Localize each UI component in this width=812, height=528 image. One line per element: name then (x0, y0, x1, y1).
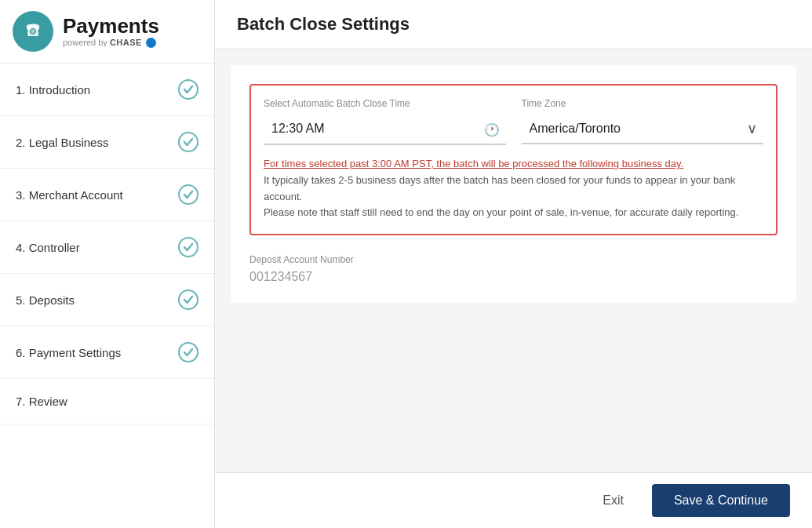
deposit-section: Deposit Account Number 001234567 (249, 254, 777, 284)
info-line2: It typically takes 2-5 business days aft… (264, 173, 763, 206)
footer: Exit Save & Continue (215, 472, 812, 528)
settings-card: Select Automatic Batch Close Time 🕐 Time… (231, 65, 796, 303)
brand-title: Payments powered by CHASE (63, 15, 159, 48)
chase-logo-circle (146, 38, 156, 48)
sidebar-item-legal-business[interactable]: 2. Legal Business (0, 116, 214, 169)
exit-button[interactable]: Exit (587, 486, 639, 515)
sidebar-item-controller[interactable]: 4. Controller (0, 221, 214, 274)
check-icon-payment-settings (178, 342, 198, 362)
deposit-label: Deposit Account Number (249, 254, 777, 265)
sidebar-item-payment-settings[interactable]: 6. Payment Settings (0, 326, 214, 379)
timezone-select[interactable]: America/TorontoAmerica/New_YorkAmerica/C… (522, 114, 764, 143)
batch-time-input-wrapper: 🕐 (264, 114, 506, 145)
clock-icon: 🕐 (484, 122, 500, 137)
timezone-label: Time Zone (522, 98, 764, 109)
batch-time-label: Select Automatic Batch Close Time (264, 98, 506, 109)
deposit-value: 001234567 (249, 270, 777, 284)
sidebar-item-merchant-account[interactable]: 3. Merchant Account (0, 169, 214, 221)
info-line3: Please note that staff still need to end… (264, 205, 763, 221)
page-header: Batch Close Settings (215, 0, 812, 49)
sidebar-item-review[interactable]: 7. Review (0, 379, 214, 424)
check-icon-introduction (178, 79, 198, 100)
check-icon-legal-business (178, 132, 198, 152)
timezone-group: Time Zone America/TorontoAmerica/New_Yor… (522, 98, 764, 145)
sidebar-header: Payments powered by CHASE (0, 0, 214, 64)
sidebar-nav: 1. Introduction 2. Legal Business 3. Mer… (0, 64, 214, 528)
page-title: Batch Close Settings (237, 14, 790, 35)
svg-rect-1 (27, 31, 38, 36)
batch-time-input[interactable] (264, 114, 506, 145)
batch-time-row: Select Automatic Batch Close Time 🕐 Time… (264, 98, 763, 145)
sidebar-item-introduction[interactable]: 1. Introduction (0, 64, 214, 116)
svg-point-6 (32, 31, 34, 32)
sidebar: Payments powered by CHASE 1. Introductio… (0, 0, 215, 528)
app-logo-icon (13, 11, 53, 52)
check-icon-deposits (178, 289, 198, 310)
check-icon-controller (178, 237, 198, 257)
info-line1-highlight: For times selected past 3:00 AM PST, the… (264, 158, 683, 169)
batch-time-section: Select Automatic Batch Close Time 🕐 Time… (249, 84, 777, 235)
info-text-block: For times selected past 3:00 AM PST, the… (264, 156, 763, 221)
timezone-select-wrapper: America/TorontoAmerica/New_YorkAmerica/C… (522, 114, 764, 144)
batch-time-group: Select Automatic Batch Close Time 🕐 (264, 98, 506, 145)
sidebar-item-deposits[interactable]: 5. Deposits (0, 274, 214, 326)
save-continue-button[interactable]: Save & Continue (652, 484, 790, 517)
check-icon-merchant-account (178, 184, 198, 205)
page-body: Select Automatic Batch Close Time 🕐 Time… (215, 49, 812, 472)
